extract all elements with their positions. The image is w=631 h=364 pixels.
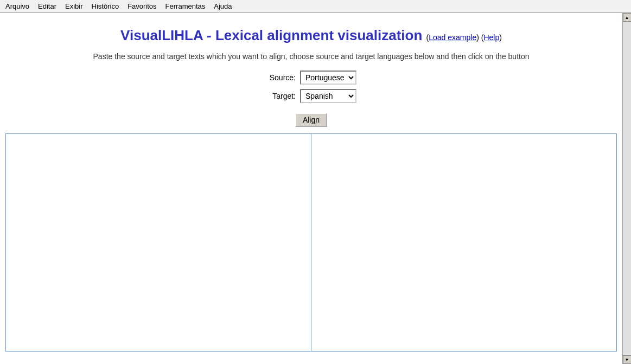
- align-button-row: Align: [0, 108, 622, 131]
- title-row: VisualLIHLA - Lexical alignment visualiz…: [0, 18, 622, 48]
- source-row: Source: Portuguese English Spanish Frenc…: [266, 71, 356, 85]
- menu-historico[interactable]: Histórico: [88, 1, 123, 11]
- instructions-text: Paste the source and target texts which …: [0, 48, 622, 65]
- source-textarea[interactable]: [6, 134, 311, 351]
- page: VisualLIHLA - Lexical alignment visualiz…: [0, 13, 622, 362]
- form-section: Source: Portuguese English Spanish Frenc…: [0, 65, 622, 108]
- page-title: VisualLIHLA - Lexical alignment visualiz…: [110, 22, 513, 47]
- title-text: VisualLIHLA - Lexical alignment visualiz…: [120, 27, 422, 43]
- menu-ferramentas[interactable]: Ferramentas: [162, 1, 209, 11]
- scroll-down-button[interactable]: ▼: [623, 355, 632, 364]
- menu-exibir[interactable]: Exibir: [62, 1, 86, 11]
- target-select[interactable]: Spanish Portuguese English French German…: [300, 89, 356, 103]
- menu-favoritos[interactable]: Favoritos: [124, 1, 160, 11]
- target-row: Target: Spanish Portuguese English Frenc…: [266, 89, 356, 103]
- scroll-up-button[interactable]: ▲: [623, 13, 632, 22]
- textareas-section: [5, 133, 617, 352]
- target-label: Target:: [266, 92, 296, 100]
- target-textarea[interactable]: [311, 134, 616, 351]
- menu-ajuda[interactable]: Ajuda: [211, 1, 235, 11]
- scrollbar-track[interactable]: [623, 22, 632, 355]
- align-button[interactable]: Align: [295, 113, 327, 127]
- help-link[interactable]: Help: [483, 33, 499, 42]
- help-suffix: ): [499, 33, 502, 42]
- menubar: Arquivo Editar Exibir Histórico Favorito…: [0, 0, 631, 13]
- source-select[interactable]: Portuguese English Spanish French German…: [300, 71, 356, 85]
- title-links: (Load example) (Help): [426, 33, 502, 42]
- source-label: Source:: [266, 73, 296, 82]
- main-content: VisualLIHLA - Lexical alignment visualiz…: [0, 13, 622, 364]
- scrollbar: ▲ ▼: [622, 13, 631, 364]
- load-example-link[interactable]: Load example: [429, 33, 476, 42]
- load-example-suffix: ): [476, 33, 479, 42]
- menu-arquivo[interactable]: Arquivo: [2, 1, 33, 11]
- menu-editar[interactable]: Editar: [35, 1, 60, 11]
